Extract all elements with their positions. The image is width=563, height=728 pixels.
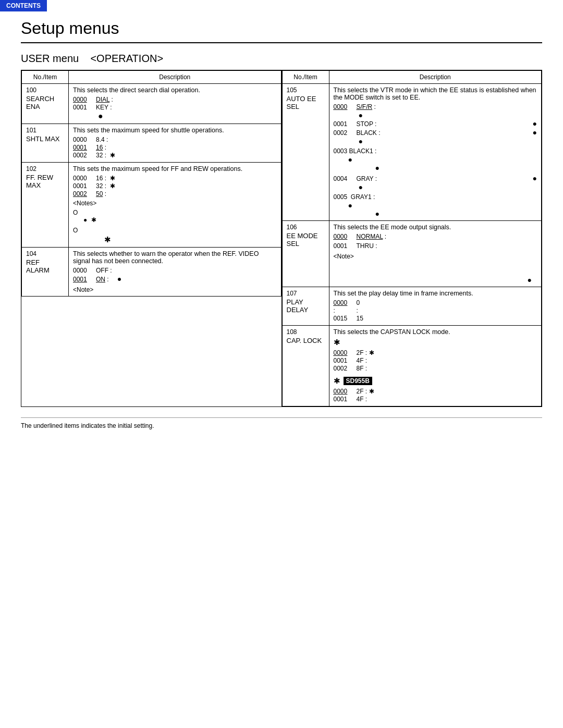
main-tables: No./Item Description 100 SEARCH ENA This… — [21, 70, 542, 407]
item-cell: 107 PLAY DELAY — [282, 287, 329, 326]
desc-cell: This selects the direct search dial oper… — [69, 84, 282, 124]
item-cell: 108 CAP. LOCK — [282, 326, 329, 406]
desc-cell: This selects whether to warn the operato… — [69, 248, 282, 297]
desc-cell: This selects the EE mode output signals.… — [329, 221, 542, 287]
left-header-desc: Description — [69, 71, 282, 84]
table-row: 101 SHTL MAX This sets the maximum speed… — [22, 124, 282, 163]
table-row: 104 REF ALARM This selects whether to wa… — [22, 248, 282, 297]
right-header-desc: Description — [329, 71, 542, 84]
left-header-item: No./Item — [22, 71, 69, 84]
item-cell: 106 EE MODE SEL — [282, 221, 329, 287]
item-cell: 101 SHTL MAX — [22, 124, 69, 163]
item-cell: 102 FF. REW MAX — [22, 163, 69, 248]
desc-cell: This set the play delay time in frame in… — [329, 287, 542, 326]
table-row: 108 CAP. LOCK This selects the CAPSTAN L… — [282, 326, 542, 406]
item-cell: 105 AUTO EE SEL — [282, 84, 329, 221]
section-subtitle: <OPERATION> — [90, 53, 163, 64]
footer-note: The underlined items indicates the initi… — [21, 417, 542, 429]
highlight-box: SD955B — [344, 377, 372, 385]
desc-cell: This selects the CAPSTAN LOCK mode. ✱ 00… — [329, 326, 542, 406]
table-row: 100 SEARCH ENA This selects the direct s… — [22, 84, 282, 124]
right-table: No./Item Description 105 AUTO EE SEL Thi… — [282, 70, 543, 407]
desc-cell: This sets the maximum speed for FF and R… — [69, 163, 282, 248]
left-table: No./Item Description 100 SEARCH ENA This… — [21, 70, 282, 407]
right-header-item: No./Item — [282, 71, 329, 84]
page-title: Setup menus — [21, 19, 542, 43]
table-row: 102 FF. REW MAX This sets the maximum sp… — [22, 163, 282, 248]
item-cell: 100 SEARCH ENA — [22, 84, 69, 124]
desc-cell: This selects the VTR mode in which the E… — [329, 84, 542, 221]
section-header: USER menu <OPERATION> — [21, 53, 542, 65]
item-cell: 104 REF ALARM — [22, 248, 69, 297]
table-row: 105 AUTO EE SEL This selects the VTR mod… — [282, 84, 542, 221]
table-row: 106 EE MODE SEL This selects the EE mode… — [282, 221, 542, 287]
table-row: 107 PLAY DELAY This set the play delay t… — [282, 287, 542, 326]
section-title: USER menu — [21, 53, 79, 64]
desc-cell: This sets the maximum speed for shuttle … — [69, 124, 282, 163]
contents-tab[interactable]: CONTENTS — [0, 0, 47, 11]
